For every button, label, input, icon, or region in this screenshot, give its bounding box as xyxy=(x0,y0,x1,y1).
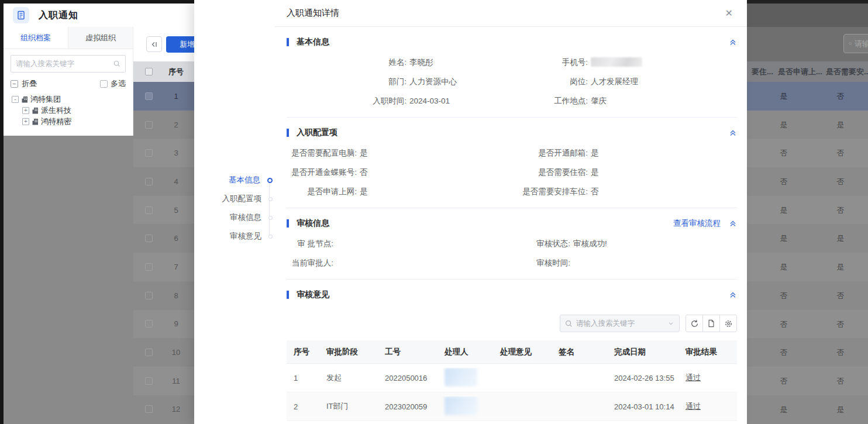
table-row[interactable]: 是是 xyxy=(747,111,868,139)
field-是否申请上网: 是否申请上网:是 xyxy=(287,187,512,197)
table-row[interactable]: 是否 xyxy=(747,196,868,225)
table-row[interactable]: 3 xyxy=(133,139,199,167)
column-header: 要住... xyxy=(752,67,773,77)
table-row[interactable]: 1发起20220500162024-02-26 13:55通过 xyxy=(287,364,737,392)
table-row[interactable]: 4 xyxy=(133,167,199,196)
org-search-input[interactable] xyxy=(11,60,113,68)
row-seq: 6 xyxy=(161,234,191,243)
column-settings-button[interactable] xyxy=(719,315,737,332)
search-icon xyxy=(113,60,120,67)
opinions-search-input[interactable] xyxy=(576,319,667,328)
collapse-section-icon[interactable] xyxy=(729,291,737,299)
table-row[interactable]: 否否 xyxy=(747,167,868,196)
table-row[interactable]: 10 xyxy=(133,338,199,367)
table-row[interactable]: 是是 xyxy=(747,395,868,424)
table-row[interactable]: 3IT部门20230300112024-02-26 14:00通过 xyxy=(287,421,737,424)
approval-result-link[interactable]: 通过 xyxy=(686,402,701,411)
row-checkbox[interactable] xyxy=(145,320,153,328)
table-row[interactable]: 9 xyxy=(133,310,199,339)
cell: 2 xyxy=(287,402,319,411)
table-row[interactable]: 是是 xyxy=(747,224,868,253)
tree-node[interactable]: +派生科技 xyxy=(22,105,133,116)
table-row[interactable]: 否否 xyxy=(747,281,868,310)
table-row[interactable]: 2 xyxy=(133,111,199,139)
table-row[interactable]: 8 xyxy=(133,281,199,310)
tree-node[interactable]: +鸿特精密 xyxy=(22,116,133,127)
collapse-panel-button[interactable] xyxy=(146,36,162,52)
chevron-left-bar-icon xyxy=(150,40,159,49)
table-row[interactable]: 是否 xyxy=(747,82,868,111)
chevron-down-icon[interactable] xyxy=(667,320,674,327)
tree-expander-icon[interactable]: - xyxy=(12,96,19,103)
export-button[interactable] xyxy=(702,315,720,332)
tree-node[interactable]: -鸿特集团 xyxy=(12,94,133,105)
anchor-item-基本信息[interactable]: 基本信息 xyxy=(207,171,273,189)
cell-need-parking: 否 xyxy=(832,319,849,330)
opinions-table-actions xyxy=(686,315,737,332)
field-是否需要安排车位: 是否需要安排车位:否 xyxy=(512,187,737,197)
approval-result-link[interactable]: 通过 xyxy=(686,373,701,382)
refresh-icon xyxy=(690,319,699,328)
row-checkbox[interactable] xyxy=(145,263,153,271)
row-checkbox[interactable] xyxy=(145,92,153,100)
field-value: 是 xyxy=(591,167,599,178)
anchor-item-审核信息[interactable]: 审核信息 xyxy=(207,208,273,227)
table-row[interactable]: 否否 xyxy=(747,367,868,395)
tree-expander-icon[interactable]: + xyxy=(22,118,29,125)
tree-node-label: 鸿特精密 xyxy=(41,116,71,127)
table-row[interactable]: 12 xyxy=(133,395,199,424)
column-header: 完成日期 xyxy=(607,347,678,357)
collapse-all-icon[interactable]: − xyxy=(11,80,18,88)
view-audit-flow-link[interactable]: 查看审核流程 xyxy=(673,218,721,229)
table-row[interactable]: 否否 xyxy=(747,139,868,167)
collapse-section-icon[interactable] xyxy=(729,38,737,46)
row-checkbox[interactable] xyxy=(145,121,153,129)
cell-apply-internet: 是 xyxy=(775,233,793,244)
row-checkbox[interactable] xyxy=(145,349,153,356)
tab-org-archive[interactable]: 组织档案 xyxy=(4,27,68,49)
field-姓名: 姓名:李晓彤 xyxy=(287,57,512,68)
list-search-input[interactable] xyxy=(855,39,868,48)
app-header: 入职通知 xyxy=(4,4,199,27)
table-row[interactable]: 11 xyxy=(133,367,199,395)
table-row[interactable]: 1 xyxy=(133,82,199,111)
table-row[interactable]: 7 xyxy=(133,253,199,281)
collapse-section-icon[interactable] xyxy=(729,129,737,137)
row-checkbox[interactable] xyxy=(145,149,153,157)
row-checkbox[interactable] xyxy=(145,292,153,299)
multi-select-checkbox[interactable] xyxy=(100,80,108,88)
field-label: 是否需要住宿: xyxy=(512,167,588,178)
row-checkbox[interactable] xyxy=(145,206,153,214)
section-onboarding-config: 入职配置项 是否需要配置电脑:是是否开通邮箱:是是否开通金蝶账号:否是否需要住宿… xyxy=(287,122,737,208)
anchor-item-入职配置项[interactable]: 入职配置项 xyxy=(207,189,273,208)
close-icon[interactable]: ✕ xyxy=(725,9,733,18)
row-checkbox[interactable] xyxy=(145,178,153,185)
drawer-header: 入职通知详情 ✕ xyxy=(275,0,747,27)
row-seq: 7 xyxy=(161,263,191,271)
row-seq: 12 xyxy=(161,405,191,413)
refresh-button[interactable] xyxy=(686,315,703,332)
table-row[interactable]: 5 xyxy=(133,196,199,225)
table-row[interactable]: 6 xyxy=(133,224,199,253)
field-手机号: 手机号: xyxy=(512,57,737,68)
table-row[interactable]: 2IT部门20230200592024-03-01 10:14通过 xyxy=(287,392,737,421)
section-anchor-nav: 基本信息入职配置项审核信息审核意见 xyxy=(207,171,273,246)
opinions-table-body: 1发起20220500162024-02-26 13:55通过2IT部门2023… xyxy=(287,364,737,424)
cell-apply-internet: 否 xyxy=(775,347,793,358)
tab-virtual-org[interactable]: 虚拟组织 xyxy=(68,27,133,49)
select-all-checkbox[interactable] xyxy=(145,68,153,75)
page-icon xyxy=(13,7,29,23)
anchor-item-审核意见[interactable]: 审核意见 xyxy=(207,227,273,246)
row-checkbox[interactable] xyxy=(145,377,153,385)
table-row[interactable]: 是是 xyxy=(747,253,868,281)
collapse-section-icon[interactable] xyxy=(729,219,737,227)
row-checkbox[interactable] xyxy=(145,235,153,242)
detail-drawer: 基本信息入职配置项审核信息审核意见 入职通知详情 ✕ 基本信息 姓名:李晓彤手机… xyxy=(194,0,747,424)
table-row[interactable]: 否否 xyxy=(747,310,868,339)
row-checkbox[interactable] xyxy=(145,405,153,413)
table-row[interactable]: 否否 xyxy=(747,338,868,367)
cell-apply-internet: 否 xyxy=(775,376,793,387)
cell xyxy=(438,397,493,417)
column-header: 工号 xyxy=(378,347,438,357)
tree-expander-icon[interactable]: + xyxy=(22,107,29,114)
